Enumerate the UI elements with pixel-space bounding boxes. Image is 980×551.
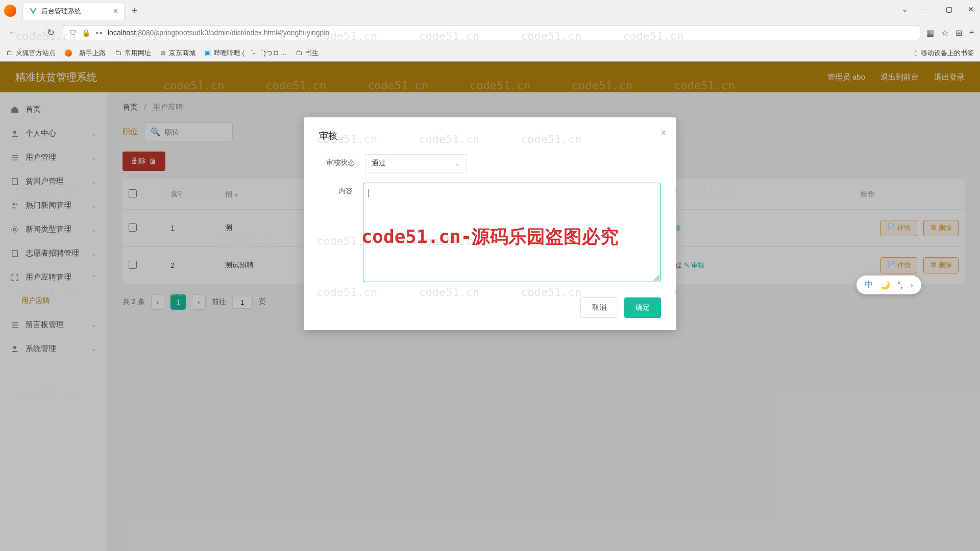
toolbar-right: ▦ ☆ ⊞ ≡	[926, 28, 974, 38]
tab-close-icon[interactable]: ×	[113, 7, 118, 16]
form-row-status: 审核状态 通过 ⌄	[319, 154, 661, 172]
status-label: 审核状态	[319, 154, 355, 167]
browser-tab[interactable]: 后台管理系统 ×	[22, 2, 125, 20]
maximize-button[interactable]: ▢	[943, 2, 955, 16]
close-window-button[interactable]: ✕	[965, 2, 977, 16]
nav-bar: ← → ↻ 🛡 🔒 ⊶ localhost:8080/springbootsud…	[0, 21, 980, 44]
ime-moon-icon[interactable]: 🌙	[880, 280, 890, 290]
vue-favicon-icon	[29, 7, 37, 15]
bookmark-item[interactable]: 🗀书生	[296, 48, 318, 58]
content-label: 内容	[319, 183, 353, 196]
ime-arrow-icon[interactable]: ›	[910, 280, 913, 290]
modal-close-button[interactable]: ×	[660, 128, 666, 138]
extension-icon[interactable]: ⊞	[955, 28, 962, 38]
folder-icon: 🗀	[296, 49, 302, 57]
folder-icon: 🗀	[6, 49, 13, 57]
bookmark-item[interactable]: ⊕京东商城	[160, 48, 195, 58]
url-text: localhost:8080/springbootsudk0/admin/dis…	[108, 29, 329, 37]
globe-icon: ⊕	[160, 49, 166, 57]
browser-chrome: ⌄ — ▢ ✕ 后台管理系统 × + ← → ↻ 🛡 🔒 ⊶ localhost…	[0, 0, 980, 62]
dropdown-icon[interactable]: ⌄	[899, 2, 911, 16]
folder-icon: 🗀	[115, 49, 121, 57]
chevron-down-icon: ⌄	[454, 159, 460, 167]
bilibili-icon: ▣	[205, 49, 211, 57]
cancel-button[interactable]: 取消	[580, 297, 618, 318]
bookmark-item[interactable]: 🗀火狐官方站点	[6, 48, 56, 58]
confirm-button[interactable]: 确定	[624, 297, 661, 318]
tab-bar: 后台管理系统 × +	[0, 0, 980, 21]
qr-icon[interactable]: ▦	[926, 28, 934, 38]
forward-button[interactable]: →	[26, 26, 39, 40]
minimize-button[interactable]: —	[920, 2, 934, 16]
firefox-icon	[65, 49, 72, 57]
tab-title: 后台管理系统	[41, 7, 109, 16]
bookmark-item[interactable]: ▣哔哩哔哩 ( ゜- ゜)つロ ...	[205, 48, 286, 58]
audit-modal: 审核 × 审核状态 通过 ⌄ 内容 取消 确定	[304, 117, 676, 330]
ime-toolbar[interactable]: 中 🌙 °, ›	[856, 276, 921, 294]
ime-punct[interactable]: °,	[897, 281, 903, 290]
back-button[interactable]: ←	[6, 26, 19, 40]
ime-lang[interactable]: 中	[865, 280, 873, 290]
modal-title: 审核	[319, 130, 661, 142]
connection-icon: ⊶	[95, 29, 103, 37]
mobile-icon: ▯	[914, 49, 918, 57]
bookmarks-bar: 🗀火狐官方站点 新手上路 🗀常用网址 ⊕京东商城 ▣哔哩哔哩 ( ゜- ゜)つロ…	[0, 44, 980, 61]
url-bar[interactable]: 🛡 🔒 ⊶ localhost:8080/springbootsudk0/adm…	[63, 25, 920, 40]
shield-icon: 🛡	[69, 29, 77, 37]
menu-icon[interactable]: ≡	[969, 28, 974, 37]
lock-icon: 🔒	[82, 29, 90, 37]
modal-footer: 取消 确定	[319, 297, 661, 318]
bookmark-item[interactable]: 🗀常用网址	[115, 48, 151, 58]
window-controls: ⌄ — ▢ ✕	[899, 2, 977, 16]
mobile-bookmarks[interactable]: ▯移动设备上的书签	[914, 48, 974, 58]
reload-button[interactable]: ↻	[45, 25, 57, 40]
bookmark-item[interactable]: 新手上路	[65, 48, 106, 58]
firefox-logo-icon[interactable]	[4, 5, 16, 17]
new-tab-button[interactable]: +	[127, 5, 143, 17]
content-textarea[interactable]	[363, 183, 661, 282]
bookmark-star-icon[interactable]: ☆	[941, 28, 948, 38]
form-row-content: 内容	[319, 183, 661, 282]
text-cursor	[369, 189, 369, 197]
status-select[interactable]: 通过 ⌄	[365, 154, 467, 172]
